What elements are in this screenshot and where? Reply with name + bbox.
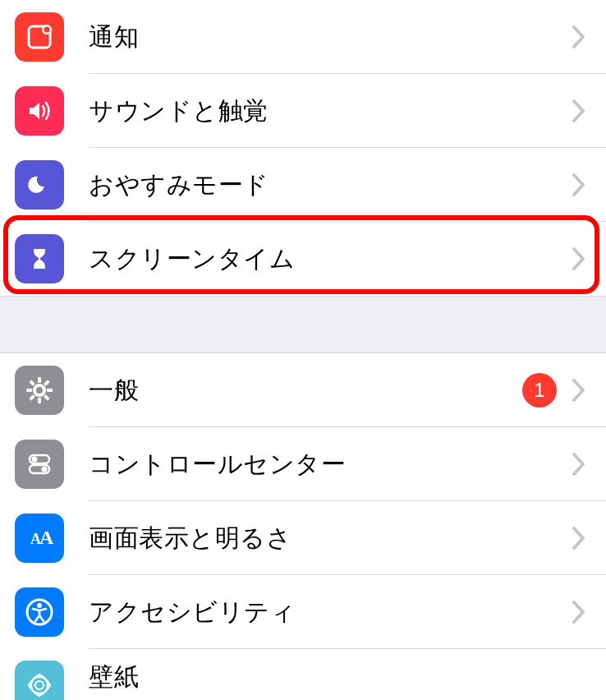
display-icon: A A [15,513,64,563]
row-label: おやすみモード [89,168,572,202]
chevron-right-icon [572,246,586,271]
svg-point-15 [42,467,48,472]
svg-rect-11 [44,394,50,401]
chevron-right-icon [572,452,586,477]
row-dnd[interactable]: おやすみモード [0,148,606,222]
row-label: サウンドと触覚 [89,94,572,128]
row-notifications[interactable]: 通知 [0,0,606,74]
svg-point-13 [32,457,38,463]
row-label: コントロールセンター [89,448,572,481]
screentime-icon [15,234,64,283]
row-controlcenter[interactable]: コントロールセンター [0,427,606,501]
svg-point-20 [35,681,44,689]
notification-badge: 1 [522,373,557,408]
svg-rect-9 [29,394,35,401]
svg-rect-5 [38,398,41,403]
row-label: スクリーンタイム [89,242,572,276]
svg-point-3 [34,385,44,395]
row-label: アクセシビリティ [89,596,572,629]
chevron-right-icon [572,173,586,197]
row-accessibility[interactable]: アクセシビリティ [0,575,606,649]
controlcenter-icon [15,440,64,489]
settings-list: 通知 サウンドと触覚 おやすみモード ス [0,0,606,700]
row-label: 一般 [89,374,522,408]
chevron-right-icon [572,378,586,403]
row-display[interactable]: A A 画面表示と明るさ [0,501,606,575]
wallpaper-icon [15,661,64,700]
row-label: 通知 [89,21,572,54]
general-icon [15,366,64,415]
row-general[interactable]: 一般 1 [0,353,606,427]
chevron-right-icon [572,25,586,49]
svg-text:A: A [39,527,54,548]
dnd-icon [15,160,64,210]
row-label: 壁紙 [89,661,586,694]
chevron-right-icon [572,600,586,624]
row-label: 画面表示と明るさ [89,522,572,555]
row-screentime[interactable]: スクリーンタイム [0,222,606,296]
row-sounds[interactable]: サウンドと触覚 [0,74,606,148]
svg-rect-10 [29,380,35,386]
chevron-right-icon [572,526,586,550]
section-separator [0,296,606,353]
chevron-right-icon [572,99,586,123]
svg-point-19 [37,603,42,608]
svg-rect-6 [26,389,32,392]
svg-rect-4 [38,377,41,383]
svg-point-2 [44,27,50,33]
notifications-icon [15,12,64,62]
svg-rect-7 [47,389,53,392]
sounds-icon [15,86,64,136]
svg-rect-8 [44,380,50,386]
row-wallpaper[interactable]: 壁紙 [0,649,606,700]
accessibility-icon [15,587,64,637]
